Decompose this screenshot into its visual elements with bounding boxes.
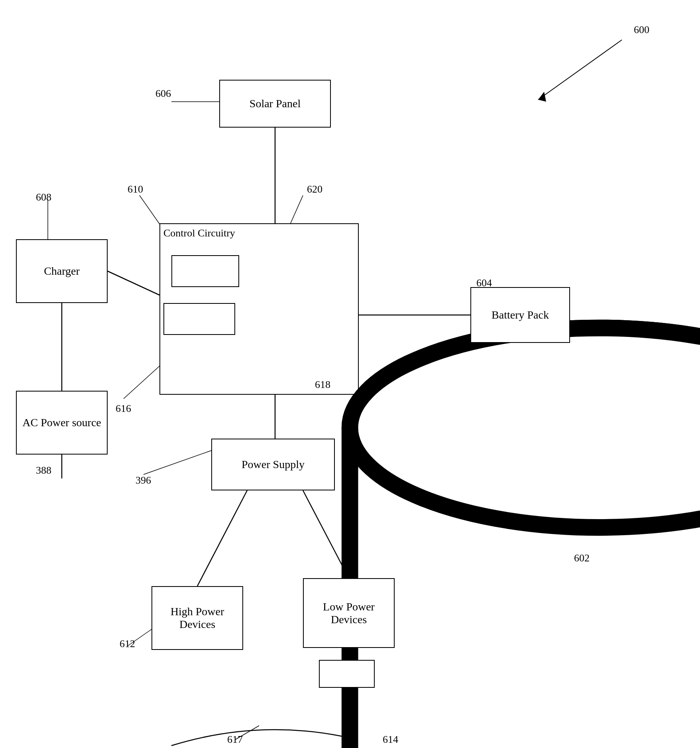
label-608: 608 [36,191,51,203]
ac-power-box: AC Power source [16,391,108,455]
cc-inner1 [171,255,239,287]
control-circuitry-label: Control Circuitry [163,227,235,239]
label-610: 610 [128,183,143,195]
power-supply-box: Power Supply [211,439,335,490]
label-616: 616 [116,403,131,415]
svg-line-5 [108,271,159,295]
solar-panel-label: Solar Panel [250,97,301,110]
battery-pack-label: Battery Pack [492,309,549,321]
low-power-box: Low Power Devices [303,578,395,648]
charger-box: Charger [16,239,108,303]
low-power-label: Low Power Devices [304,600,394,626]
cc-inner2 [163,303,235,335]
svg-point-28 [350,328,700,528]
svg-marker-1 [538,92,546,102]
label-396: 396 [136,474,151,486]
high-power-label: High Power Devices [152,605,242,631]
battery-pack-box: Battery Pack [470,287,570,343]
low-power-inner-box [319,660,375,688]
label-612: 612 [120,638,135,650]
svg-line-22 [144,451,211,474]
high-power-box: High Power Devices [151,586,243,650]
label-617: 617 [227,734,243,746]
label-620: 620 [307,183,322,195]
power-supply-label: Power Supply [242,458,305,471]
label-618: 618 [315,379,330,391]
label-602: 602 [574,552,590,564]
charger-label: Charger [44,265,80,278]
label-604: 604 [476,277,492,289]
label-614: 614 [383,734,398,746]
diagram-container: Solar Panel Charger AC Power source Cont… [0,0,700,748]
svg-line-10 [197,490,247,586]
label-606: 606 [155,88,171,100]
svg-line-0 [538,40,622,100]
solar-panel-box: Solar Panel [219,80,331,128]
label-600: 600 [634,24,649,36]
ac-power-label: AC Power source [22,416,101,429]
label-388: 388 [36,465,51,476]
